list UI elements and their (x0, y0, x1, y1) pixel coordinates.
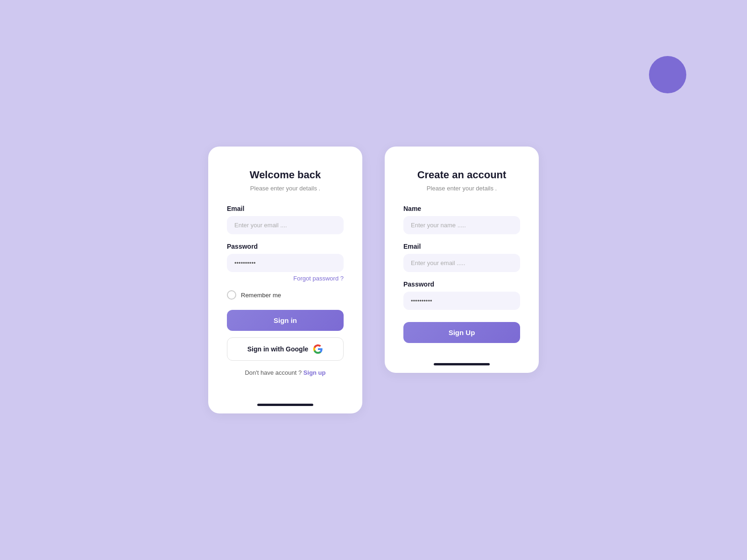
password-input[interactable] (227, 254, 344, 272)
no-account-text: Don't have account ? (245, 369, 302, 376)
signup-title: Create an account (403, 169, 520, 181)
login-title: Welcome back (227, 169, 344, 181)
signup-password-field-group: Password (403, 280, 520, 310)
signup-card: Create an account Please enter your deta… (385, 147, 539, 373)
signup-password-label: Password (403, 280, 520, 288)
password-label: Password (227, 243, 344, 250)
signup-email-label: Email (403, 243, 520, 250)
remember-me-label: Remember me (241, 292, 281, 299)
email-input[interactable] (227, 216, 344, 234)
signup-subtitle: Please enter your details . (403, 185, 520, 192)
home-indicator (257, 404, 313, 406)
remember-me-row: Remember me (227, 290, 344, 300)
name-label: Name (403, 205, 520, 212)
email-label: Email (227, 205, 344, 212)
signup-password-input[interactable] (403, 292, 520, 310)
google-sign-in-button[interactable]: Sign in with Google (227, 337, 344, 361)
login-subtitle: Please enter your details . (227, 185, 344, 192)
name-field-group: Name (403, 205, 520, 234)
signup-email-input[interactable] (403, 254, 520, 272)
cards-container: Welcome back Please enter your details .… (208, 147, 539, 413)
remember-me-checkbox[interactable] (227, 290, 236, 300)
forgot-password-link[interactable]: Forgot password ? (227, 275, 344, 282)
signup-email-field-group: Email (403, 243, 520, 272)
decorative-circle (649, 56, 686, 93)
email-field-group: Email (227, 205, 344, 234)
login-card: Welcome back Please enter your details .… (208, 147, 362, 413)
sign-in-button[interactable]: Sign in (227, 310, 344, 331)
google-button-label: Sign in with Google (247, 345, 309, 353)
signup-link[interactable]: Sign up (303, 369, 326, 376)
signup-home-indicator (434, 363, 490, 365)
google-icon (313, 344, 323, 354)
sign-up-button[interactable]: Sign Up (403, 322, 520, 343)
password-field-group: Password Forgot password ? (227, 243, 344, 282)
no-account-row: Don't have account ? Sign up (227, 369, 344, 376)
name-input[interactable] (403, 216, 520, 234)
